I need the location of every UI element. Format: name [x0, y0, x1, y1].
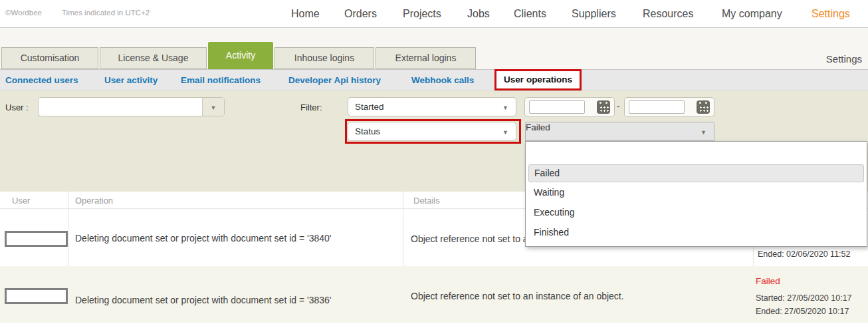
subnav-developer-api-history[interactable]: Developer Api history: [288, 70, 381, 91]
column-header-operation: Operation: [75, 196, 113, 206]
page-title: Settings: [826, 53, 862, 65]
date-from-calendar-button[interactable]: [596, 100, 611, 114]
tab-activity[interactable]: Activity: [208, 42, 273, 69]
status-option-failed[interactable]: Failed: [528, 164, 864, 182]
nav-settings[interactable]: Settings: [812, 0, 850, 28]
column-header-details: Details: [413, 196, 440, 206]
status-field-select[interactable]: Status: [348, 122, 516, 141]
column-header-user: User: [12, 196, 30, 206]
operation-cell: Deleting document set or project with do…: [75, 295, 332, 305]
user-combobox[interactable]: [38, 97, 225, 116]
date-from-group: [524, 97, 615, 117]
tab-inhouse-logins[interactable]: Inhouse logins: [274, 47, 374, 69]
subnav-email-notifications[interactable]: Email notifications: [181, 70, 261, 91]
subnav-user-operations[interactable]: User operations: [496, 71, 580, 88]
user-redacted-box: [5, 231, 68, 247]
tab-external-logins[interactable]: External logins: [376, 47, 476, 69]
date-range-separator: -: [617, 101, 619, 111]
filter-field-select[interactable]: Started: [348, 97, 516, 116]
calendar-icon: [697, 100, 710, 114]
annotation-box-user-operations: User operations: [494, 69, 582, 90]
tab-license-usage[interactable]: License & Usage: [100, 47, 207, 69]
date-to-calendar-button[interactable]: [696, 100, 710, 114]
subnav-webhook-calls[interactable]: Webhook calls: [411, 70, 474, 91]
chevron-down-icon: [502, 122, 508, 140]
top-bar: ©Wordbee Times indicated in UTC+2 Home O…: [0, 0, 868, 28]
status-option-empty[interactable]: [526, 142, 867, 164]
nav-my-company[interactable]: My company: [722, 0, 782, 28]
operation-cell: Deleting document set or project with do…: [75, 233, 332, 244]
status-field-value: Status: [355, 122, 380, 140]
status-value-select[interactable]: Failed: [525, 122, 714, 141]
nav-resources[interactable]: Resources: [643, 0, 693, 28]
chevron-down-icon[interactable]: [202, 98, 224, 116]
nav-clients[interactable]: Clients: [514, 0, 546, 28]
status-option-waiting[interactable]: Waiting: [526, 182, 867, 202]
calendar-icon: [597, 100, 610, 114]
copyright-label: ©Wordbee: [5, 9, 42, 17]
chevron-down-icon: [502, 98, 508, 116]
tab-customisation[interactable]: Customisation: [1, 47, 98, 69]
tab-strip: Customisation License & Usage Activity I…: [0, 28, 868, 69]
filter-field-value: Started: [355, 98, 384, 116]
filter-label: Filter:: [300, 102, 322, 112]
started-timestamp: Started: 27/05/2020 10:17: [756, 293, 852, 303]
nav-jobs[interactable]: Jobs: [467, 0, 490, 28]
status-value: Failed: [526, 122, 550, 132]
table-row: Deleting document set or project with do…: [0, 266, 868, 323]
chevron-down-icon: [701, 122, 706, 140]
date-to-input[interactable]: [629, 100, 685, 114]
details-cell: Object reference not set to an instance …: [411, 291, 624, 301]
status-option-executing[interactable]: Executing: [526, 202, 867, 222]
date-from-input[interactable]: [529, 100, 585, 114]
timezone-note: Times indicated in UTC+2: [62, 9, 150, 17]
ended-timestamp: Ended: 27/05/2020 10:17: [756, 307, 849, 316]
date-to-group: [624, 97, 714, 117]
status-option-finished[interactable]: Finished: [526, 222, 867, 242]
status-dropdown-menu: Failed Waiting Executing Finished: [525, 141, 867, 247]
page: ©Wordbee Times indicated in UTC+2 Home O…: [0, 0, 868, 326]
user-filter-label: User :: [5, 102, 29, 112]
subnav-user-activity[interactable]: User activity: [104, 70, 158, 91]
user-redacted-box: [5, 288, 68, 304]
nav-home[interactable]: Home: [291, 0, 320, 28]
nav-suppliers[interactable]: Suppliers: [572, 0, 616, 28]
status-badge: Failed: [756, 276, 780, 286]
subnav-connected-users[interactable]: Connected users: [5, 70, 78, 91]
nav-projects[interactable]: Projects: [403, 0, 441, 28]
ended-timestamp: Ended: 02/06/2020 11:52: [758, 249, 850, 259]
activity-subnav: Connected users User activity Email noti…: [0, 69, 868, 90]
nav-orders[interactable]: Orders: [344, 0, 377, 28]
